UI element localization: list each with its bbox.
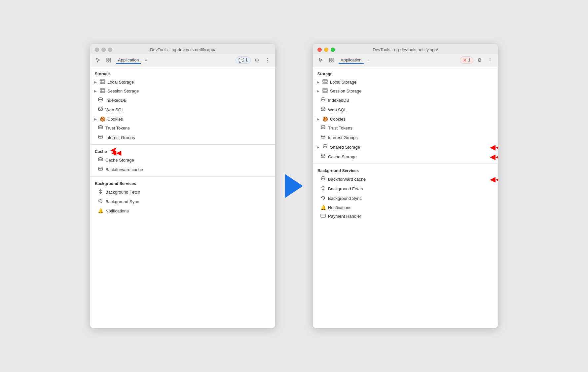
right-icon-payment-handler — [320, 213, 326, 219]
right-item-shared-storage[interactable]: ▶ Shared Storage ◀◀ — [313, 142, 498, 152]
left-icon-interest-groups — [97, 134, 103, 141]
right-layers-btn[interactable] — [327, 56, 336, 64]
left-item-background-sync[interactable]: Background Sync — [90, 197, 275, 206]
left-item-session-storage[interactable]: ▶ Session Storage — [90, 87, 275, 95]
left-cursor-btn[interactable] — [93, 56, 103, 64]
svg-point-25 — [98, 135, 102, 137]
left-item-cookies[interactable]: ▶ 🍪 Cookies — [90, 115, 275, 123]
svg-rect-2 — [107, 60, 108, 62]
left-icon-session-storage — [99, 88, 105, 94]
right-item-local-storage[interactable]: ▶ Local Storage — [313, 78, 498, 87]
left-expand-cookies: ▶ — [93, 117, 97, 121]
left-tab-application[interactable]: Application — [116, 57, 141, 64]
right-item-background-sync[interactable]: Background Sync — [313, 194, 498, 203]
right-label-indexeddb: IndexedDB — [328, 98, 349, 103]
left-more-btn[interactable]: ⋮ — [263, 56, 272, 64]
left-tl-minimize[interactable] — [101, 48, 106, 52]
right-tl-close[interactable] — [317, 48, 322, 52]
right-more-btn[interactable]: ⋮ — [485, 56, 495, 64]
right-item-interest-groups[interactable]: Interest Groups — [313, 133, 498, 142]
left-label-cache-storage: Cache Storage — [105, 158, 134, 163]
right-expand-session-storage: ▶ — [316, 89, 320, 93]
svg-point-63 — [323, 145, 327, 146]
svg-rect-4 — [100, 80, 105, 81]
svg-point-54 — [321, 107, 325, 109]
right-background-header: Background Services — [313, 166, 498, 174]
right-settings-btn[interactable]: ⚙ — [475, 56, 484, 64]
left-label-websql: Web SQL — [105, 107, 124, 112]
left-item-local-storage[interactable]: ▶ Local Storage — [90, 78, 275, 87]
right-item-notifications[interactable]: 🔔 Notifications — [313, 203, 498, 212]
left-settings-btn[interactable]: ⚙ — [252, 56, 261, 64]
right-item-session-storage[interactable]: ▶ Session Storage — [313, 87, 498, 95]
right-title-bar-top: DevTools - ng-devtools.netlify.app/ — [317, 47, 493, 54]
left-item-background-fetch[interactable]: Background Fetch — [90, 187, 275, 197]
right-item-backforward-cache[interactable]: Back/forward cache ◀◀ — [313, 174, 498, 184]
right-icon-indexeddb — [320, 97, 326, 103]
left-icon-backforward-cache — [97, 167, 103, 173]
right-window-title: DevTools - ng-devtools.netlify.app/ — [373, 47, 438, 52]
right-more-tabs-btn[interactable]: » — [365, 56, 372, 64]
svg-rect-0 — [107, 58, 108, 60]
left-label-notifications: Notifications — [105, 208, 129, 213]
right-label-session-storage: Session Storage — [330, 89, 361, 93]
right-sidebar: Storage ▶ Local Storage ▶ Session Storag… — [313, 66, 498, 328]
svg-rect-40 — [323, 81, 327, 82]
right-item-indexeddb[interactable]: IndexedDB — [313, 95, 498, 105]
right-label-background-sync: Background Sync — [328, 196, 362, 201]
left-icon-notifications: 🔔 — [97, 208, 103, 213]
right-red-arrow-cache-storage: ◀◀ — [490, 153, 498, 161]
right-item-cookies[interactable]: ▶ 🍪 Cookies — [313, 115, 498, 123]
right-label-local-storage: Local Storage — [330, 80, 356, 85]
right-item-cache-storage[interactable]: Cache Storage ◀◀ — [313, 152, 498, 162]
svg-point-60 — [321, 135, 325, 137]
left-badge-count: 1 — [245, 58, 248, 62]
right-traffic-lights — [317, 48, 335, 52]
left-layers-btn[interactable] — [104, 56, 113, 64]
left-window-title: DevTools - ng-devtools.netlify.app/ — [150, 47, 215, 52]
right-item-background-fetch[interactable]: Background Fetch — [313, 184, 498, 194]
left-divider-2 — [90, 176, 275, 177]
right-tl-minimize[interactable] — [324, 48, 328, 52]
right-cursor-btn[interactable] — [316, 56, 325, 64]
right-label-notifications: Notifications — [328, 205, 351, 210]
svg-rect-45 — [323, 89, 327, 90]
right-label-shared-storage: Shared Storage — [330, 145, 360, 150]
right-sidebar-wrapper: Storage ▶ Local Storage ▶ Session Storag… — [313, 66, 498, 328]
left-item-websql[interactable]: Web SQL — [90, 105, 275, 115]
right-toolbar: Application » ✕ 1 ⚙ ⋮ — [313, 54, 498, 66]
svg-rect-38 — [332, 60, 333, 62]
direction-arrow — [275, 174, 313, 198]
left-divider-1 — [90, 144, 275, 145]
right-item-payment-handler[interactable]: Payment Handler — [313, 212, 498, 220]
left-item-backforward-cache[interactable]: Back/forward cache — [90, 165, 275, 174]
left-item-cache-storage[interactable]: Cache Storage — [90, 155, 275, 165]
left-expand-local-storage: ▶ — [93, 80, 97, 84]
right-item-trust-tokens[interactable]: Trust Tokens — [313, 123, 498, 133]
left-more-tabs-btn[interactable]: » — [142, 56, 150, 64]
left-title-bar-top: DevTools - ng-devtools.netlify.app/ — [95, 47, 271, 54]
right-icon-websql — [320, 107, 326, 113]
right-label-backforward-cache: Back/forward cache — [328, 177, 366, 182]
svg-rect-35 — [329, 58, 331, 60]
left-expand-session-storage: ▶ — [93, 89, 97, 93]
svg-point-31 — [98, 167, 102, 169]
left-tl-maximize[interactable] — [108, 48, 112, 52]
left-item-indexeddb[interactable]: IndexedDB — [90, 95, 275, 105]
left-icon-trust-tokens — [97, 125, 103, 131]
svg-rect-11 — [100, 90, 105, 91]
right-label-payment-handler: Payment Handler — [328, 214, 361, 219]
svg-rect-10 — [100, 89, 105, 90]
left-item-notifications[interactable]: 🔔 Notifications — [90, 206, 275, 215]
right-tl-maximize[interactable] — [331, 48, 335, 52]
left-badge-btn[interactable]: 💬 1 — [236, 56, 251, 64]
right-badge-btn[interactable]: ✕ 1 — [460, 56, 473, 64]
right-tab-application[interactable]: Application — [339, 57, 364, 64]
left-item-trust-tokens[interactable]: Trust Tokens — [90, 123, 275, 133]
right-item-websql[interactable]: Web SQL — [313, 105, 498, 115]
left-label-background-sync: Background Sync — [105, 199, 139, 204]
svg-rect-46 — [323, 90, 327, 91]
left-tl-close[interactable] — [95, 48, 99, 52]
svg-rect-73 — [321, 214, 325, 217]
left-item-interest-groups[interactable]: Interest Groups — [90, 133, 275, 142]
